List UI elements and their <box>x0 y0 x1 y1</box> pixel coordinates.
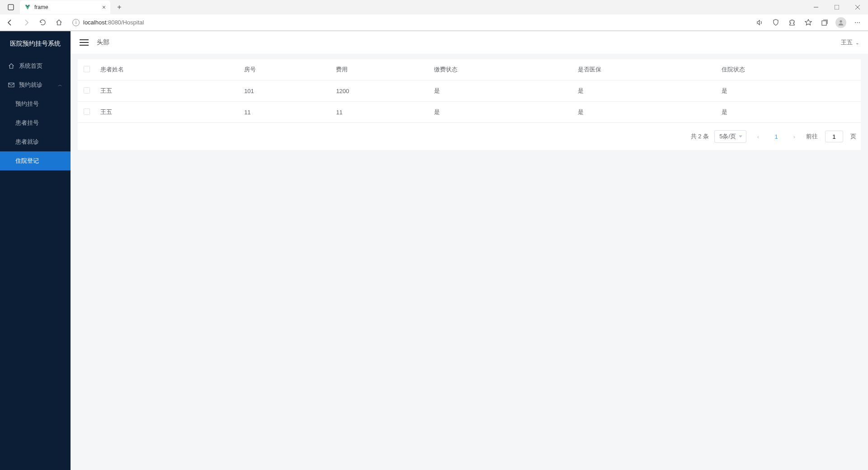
next-page-button[interactable]: › <box>788 131 801 142</box>
table-cell: 是 <box>429 80 573 102</box>
close-window-button[interactable] <box>847 0 868 14</box>
app-root: code51.cncode51.cncode51.cncode51.cncode… <box>0 31 868 470</box>
browser-action-icons: ⋯ <box>752 16 864 29</box>
table-header: 是否医保 <box>573 59 717 80</box>
sidebar: 医院预约挂号系统 系统首页 预约就诊 ︿ 预约挂号 患者挂号 患者就诊 住院登记 <box>0 31 71 470</box>
minimize-button[interactable] <box>806 0 826 14</box>
goto-prefix: 前往 <box>806 132 818 141</box>
home-button[interactable] <box>52 16 65 29</box>
sidebar-item-hospitalization[interactable]: 住院登记 <box>0 151 71 170</box>
data-table: 患者姓名 房号 费用 缴费状态 是否医保 住院状态 王五 101 <box>78 59 861 123</box>
table-cell: 是 <box>717 80 861 102</box>
table-cell: 是 <box>717 102 861 123</box>
url-bar[interactable]: i localhost:8080/Hospital <box>69 16 749 29</box>
sidebar-item-patient-register[interactable]: 患者挂号 <box>0 113 71 132</box>
read-aloud-icon[interactable] <box>752 16 767 29</box>
sidebar-item-patient-visit[interactable]: 患者就诊 <box>0 132 71 151</box>
sidebar-item-home[interactable]: 系统首页 <box>0 56 71 75</box>
table-cell: 1200 <box>331 80 429 102</box>
sidebar-item-label: 预约挂号 <box>15 100 39 108</box>
browser-chrome: frame × + i localhost:8080/Hospital ⋯ <box>0 0 868 31</box>
url-text: localhost:8080/Hospital <box>83 19 144 26</box>
svg-rect-2 <box>835 5 839 9</box>
tab-title: frame <box>34 4 99 10</box>
more-menu-icon[interactable]: ⋯ <box>850 16 864 29</box>
table-cell: 是 <box>573 80 717 102</box>
page-size-select[interactable]: 5条/页 <box>714 130 746 143</box>
table-cell: 11 <box>331 102 429 123</box>
table-header-row: 患者姓名 房号 费用 缴费状态 是否医保 住院状态 <box>78 59 861 80</box>
sidebar-item-label: 系统首页 <box>19 62 42 70</box>
new-tab-button[interactable]: + <box>113 1 126 14</box>
user-name: 王五 <box>841 38 853 47</box>
select-all-cell <box>78 59 96 80</box>
favorites-icon[interactable] <box>801 16 816 29</box>
main-content: 头部 王五 ⌄ 患者姓名 房号 费用 缴费状态 是否医保 <box>71 31 868 470</box>
table-header: 房号 <box>240 59 331 80</box>
sidebar-item-label: 住院登记 <box>15 157 39 165</box>
address-bar-row: i localhost:8080/Hospital ⋯ <box>0 14 868 31</box>
site-info-icon[interactable]: i <box>72 19 80 26</box>
table-cell: 王五 <box>96 80 240 102</box>
close-tab-icon[interactable]: × <box>102 4 106 11</box>
page-number[interactable]: 1 <box>770 131 783 142</box>
svg-rect-7 <box>9 83 14 87</box>
refresh-button[interactable] <box>36 16 49 29</box>
toggle-sidebar-button[interactable] <box>80 38 89 47</box>
user-dropdown[interactable]: 王五 ⌄ <box>841 38 859 47</box>
sidebar-item-appointment-register[interactable]: 预约挂号 <box>0 94 71 113</box>
table-header: 住院状态 <box>717 59 861 80</box>
table-row[interactable]: 王五 101 1200 是 是 是 <box>78 80 861 102</box>
chevron-up-icon: ︿ <box>58 82 62 88</box>
pagination: 共 2 条 5条/页 ‹ 1 › 前往 页 <box>78 123 861 150</box>
breadcrumb: 头部 <box>97 38 109 47</box>
home-icon <box>8 63 14 69</box>
goto-suffix: 页 <box>850 132 856 141</box>
extension-shield-icon[interactable] <box>769 16 783 29</box>
topbar: 头部 王五 ⌄ <box>71 31 868 54</box>
maximize-button[interactable] <box>826 0 847 14</box>
row-select-cell <box>78 80 96 102</box>
extensions-icon[interactable] <box>785 16 799 29</box>
table-cell: 101 <box>240 80 331 102</box>
forward-button[interactable] <box>20 16 33 29</box>
table-header: 费用 <box>331 59 429 80</box>
table-cell: 王五 <box>96 102 240 123</box>
vue-favicon <box>24 4 31 10</box>
table-cell: 是 <box>573 102 717 123</box>
chevron-down-icon: ⌄ <box>855 40 859 45</box>
content-area: 患者姓名 房号 费用 缴费状态 是否医保 住院状态 王五 101 <box>71 54 868 470</box>
row-checkbox[interactable] <box>84 108 90 115</box>
back-button[interactable] <box>4 16 16 29</box>
profile-avatar[interactable] <box>834 16 848 29</box>
goto-page-input[interactable] <box>825 131 843 142</box>
collections-icon[interactable] <box>817 16 832 29</box>
pagination-total: 共 2 条 <box>691 132 709 141</box>
sidebar-title: 医院预约挂号系统 <box>0 31 71 56</box>
window-controls <box>806 0 868 14</box>
table-cell: 11 <box>240 102 331 123</box>
tab-bar: frame × + <box>0 0 868 14</box>
svg-rect-0 <box>8 5 14 10</box>
row-select-cell <box>78 102 96 123</box>
sidebar-item-appointment-parent[interactable]: 预约就诊 ︿ <box>0 75 71 94</box>
svg-point-6 <box>840 20 842 22</box>
svg-rect-5 <box>822 21 826 25</box>
sidebar-item-label: 患者就诊 <box>15 138 39 146</box>
prev-page-button[interactable]: ‹ <box>752 131 764 142</box>
table-header: 患者姓名 <box>96 59 240 80</box>
sidebar-item-label: 患者挂号 <box>15 119 39 127</box>
row-checkbox[interactable] <box>84 87 90 94</box>
table-card: 患者姓名 房号 费用 缴费状态 是否医保 住院状态 王五 101 <box>78 59 861 150</box>
mail-icon <box>8 82 14 88</box>
table-cell: 是 <box>429 102 573 123</box>
browser-tab[interactable]: frame × <box>20 0 110 14</box>
sidebar-item-label: 预约就诊 <box>19 81 42 89</box>
select-all-checkbox[interactable] <box>84 66 90 72</box>
table-row[interactable]: 王五 11 11 是 是 是 <box>78 102 861 123</box>
tabs-overview-button[interactable] <box>4 1 18 14</box>
table-header: 缴费状态 <box>429 59 573 80</box>
